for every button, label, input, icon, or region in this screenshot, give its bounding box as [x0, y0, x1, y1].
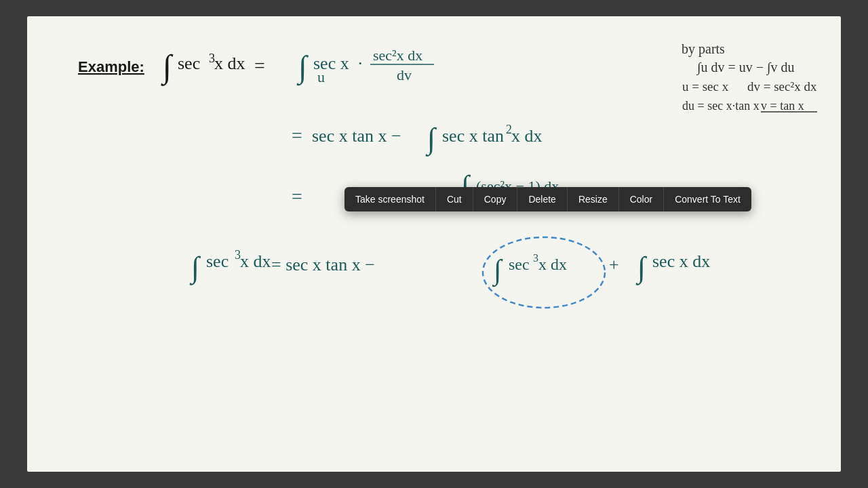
svg-text:=: = [292, 125, 302, 146]
resize-button[interactable]: Resize [568, 187, 619, 211]
copy-button[interactable]: Copy [473, 187, 518, 211]
svg-text:dv: dv [397, 66, 412, 83]
color-button[interactable]: Color [619, 187, 664, 211]
svg-text:∫: ∫ [296, 49, 309, 86]
cut-button[interactable]: Cut [436, 187, 473, 211]
svg-text:dv = sec²x  dx: dv = sec²x dx [747, 79, 817, 94]
svg-text:sec: sec [206, 251, 229, 271]
svg-text:sec x  dx: sec x dx [652, 251, 710, 271]
svg-text:3: 3 [235, 248, 241, 262]
svg-text:u = sec x: u = sec x [682, 79, 729, 94]
svg-text:∫: ∫ [425, 122, 437, 157]
svg-text:3: 3 [209, 52, 215, 65]
svg-text:sec x  tan x  −: sec x tan x − [312, 126, 401, 146]
svg-text:∫: ∫ [189, 251, 201, 285]
convert-to-text-button[interactable]: Convert To Text [664, 187, 751, 211]
svg-text:sec x: sec x [313, 54, 349, 73]
svg-text:sec²x  dx: sec²x dx [373, 47, 422, 64]
svg-text:du = sec x·tan x: du = sec x·tan x [682, 99, 760, 113]
svg-point-27 [483, 237, 605, 308]
whiteboard: Take screenshot Cut Copy Delete Resize C… [27, 16, 841, 472]
svg-text:x  dx: x dx [240, 251, 271, 271]
delete-button[interactable]: Delete [517, 187, 567, 211]
svg-text:∫: ∫ [161, 48, 174, 86]
take-screenshot-button[interactable]: Take screenshot [344, 187, 436, 211]
svg-text:x  dx: x dx [214, 54, 245, 73]
svg-text:Example:: Example: [78, 58, 144, 75]
context-menu: Take screenshot Cut Copy Delete Resize C… [344, 187, 751, 211]
svg-text:by  parts: by parts [682, 41, 725, 57]
svg-text:x  dx: x dx [538, 256, 567, 273]
svg-text:3: 3 [533, 252, 538, 264]
svg-text:sec: sec [509, 256, 530, 273]
svg-text:sec: sec [178, 54, 200, 73]
svg-text:u: u [317, 68, 325, 85]
svg-text:∫u dv = uv − ∫v du: ∫u dv = uv − ∫v du [696, 60, 795, 76]
svg-text:=: = [254, 55, 265, 76]
svg-text:∫: ∫ [492, 254, 503, 287]
svg-text:+: + [609, 255, 619, 274]
svg-text:·: · [358, 54, 363, 73]
math-content: Example: ∫ sec 3 x dx = ∫ sec x · sec²x … [27, 16, 841, 472]
svg-text:=  sec x  tan x  −: = sec x tan x − [271, 255, 375, 274]
svg-text:v = tan x: v = tan x [761, 99, 804, 113]
svg-text:2: 2 [506, 123, 512, 136]
svg-text:∫: ∫ [635, 251, 648, 285]
svg-text:=: = [292, 186, 302, 207]
svg-text:x  dx: x dx [511, 126, 542, 146]
svg-text:sec x  tan: sec x tan [442, 126, 504, 146]
